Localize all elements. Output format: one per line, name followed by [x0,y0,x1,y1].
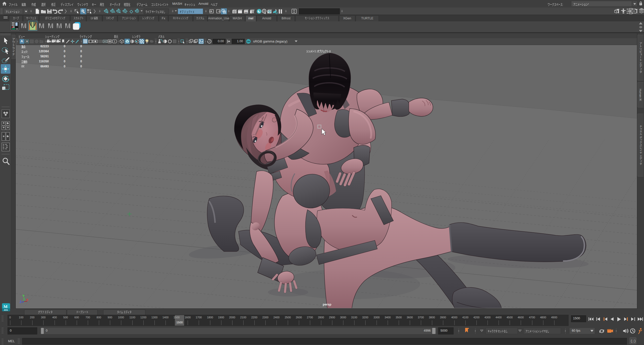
svg-text:Y: Y [22,294,25,298]
svg-text:Z: Z [20,300,22,304]
svg-text:IPR: IPR [245,11,248,14]
svg-text:x: x [264,12,266,14]
svg-text:M: M [4,304,8,309]
svg-text:X: X [26,298,28,302]
svg-text:T: T [114,40,115,43]
svg-text:persp: persp [323,303,331,306]
svg-text:AYA: AYA [4,309,8,311]
svg-text:ON: ON [247,40,250,43]
svg-text:{;}: {;} [630,339,636,343]
